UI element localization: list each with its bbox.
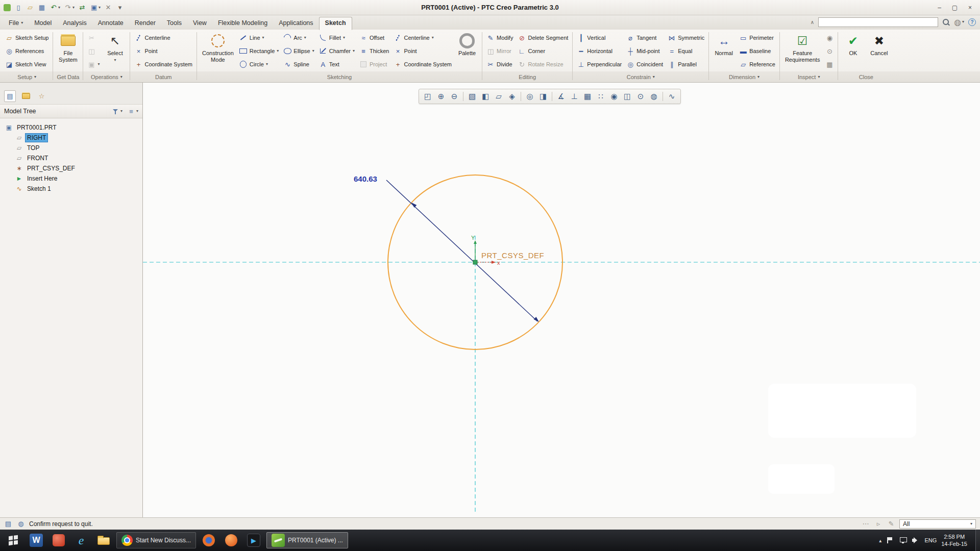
zoom-in-button[interactable]: ⊕ bbox=[435, 90, 447, 103]
references-button[interactable]: ◎References bbox=[4, 44, 50, 58]
show-constraints-button[interactable]: ⊥ bbox=[568, 90, 580, 103]
shade-closed-loops-button[interactable]: ▦ bbox=[824, 58, 835, 71]
status-tree-icon[interactable]: ▤ bbox=[4, 520, 12, 528]
tab-analysis[interactable]: Analysis bbox=[57, 17, 92, 30]
shade-closed-loops-display-button[interactable]: ◍ bbox=[648, 90, 660, 103]
graphics-area[interactable]: Y x ◰⊕⊖▧◧▱◈◎◨∡⊥▦∷◉◫⊙◍∿ 640.63 PRT_CSYS_D… bbox=[143, 83, 980, 517]
normal-dimension-button[interactable]: ↔Normal bbox=[712, 31, 736, 71]
tab-tools[interactable]: Tools bbox=[161, 17, 187, 30]
highlight-open-ends-display-button[interactable]: ⊙ bbox=[634, 90, 647, 103]
overlapping-geometry-display-button[interactable]: ◫ bbox=[621, 90, 633, 103]
diameter-dimension-value[interactable]: 640.63 bbox=[354, 174, 377, 183]
datum-point-button[interactable]: ×Point bbox=[133, 44, 194, 58]
group-label-dimension[interactable]: Dimension▾ bbox=[709, 72, 779, 82]
tree-item-sketch-1[interactable]: ∿Sketch 1 bbox=[0, 184, 142, 194]
tree-columns-button[interactable]: ≡▾ bbox=[127, 107, 138, 115]
show-hidden-icons-button[interactable]: ▴ bbox=[879, 538, 881, 543]
show-dimensions-button[interactable]: ∡ bbox=[555, 90, 567, 103]
tab-flexible-modeling[interactable]: Flexible Modeling bbox=[212, 17, 273, 30]
app-red-button[interactable] bbox=[48, 530, 69, 551]
tab-render[interactable]: Render bbox=[129, 17, 161, 30]
datum-display-filters-button[interactable]: ▱ bbox=[493, 90, 505, 103]
fillet-button[interactable]: Fillet▾ bbox=[317, 31, 356, 44]
word-button[interactable]: W bbox=[26, 530, 47, 551]
clock[interactable]: 2:58 PM 14-Feb-15 bbox=[941, 533, 968, 548]
show-locks-button[interactable]: ◉ bbox=[608, 90, 620, 103]
paste-button[interactable]: ▣▾ bbox=[86, 58, 101, 71]
open-file-button[interactable]: ▱ bbox=[26, 3, 35, 13]
annotation-icon[interactable]: ✎ bbox=[887, 520, 895, 528]
start-button[interactable] bbox=[1, 530, 26, 551]
tab-applications[interactable]: Applications bbox=[273, 17, 318, 30]
tree-item-right[interactable]: ▱RIGHT bbox=[0, 133, 142, 143]
thicken-button[interactable]: ≡Thicken bbox=[358, 44, 391, 58]
window-switch-button[interactable]: ▣▾ bbox=[89, 3, 101, 13]
text-button[interactable]: AText bbox=[317, 58, 356, 71]
command-search-input[interactable] bbox=[818, 17, 938, 27]
reference-dimension-button[interactable]: ▱Reference bbox=[738, 58, 777, 71]
baseline-dimension-button[interactable]: ▬Baseline bbox=[738, 44, 777, 58]
tab-annotate[interactable]: Annotate bbox=[92, 17, 129, 30]
centerline-button[interactable]: Centerline▾ bbox=[392, 31, 453, 44]
equal-constraint-button[interactable]: =Equal bbox=[666, 44, 706, 58]
tab-file[interactable]: File▾ bbox=[3, 17, 29, 30]
overlapping-geometry-button[interactable]: ◉ bbox=[824, 31, 835, 44]
minimize-button[interactable]: – bbox=[933, 3, 946, 12]
status-browser-icon[interactable]: ◍ bbox=[17, 520, 25, 528]
horizontal-constraint-button[interactable]: ━Horizontal bbox=[575, 44, 623, 58]
undo-button[interactable]: ↶▾ bbox=[49, 3, 61, 13]
sketch-orientation-button[interactable]: ◨ bbox=[537, 90, 549, 103]
select-button[interactable]: ↖Select▾ bbox=[103, 31, 127, 71]
tree-item-front[interactable]: ▱FRONT bbox=[0, 153, 142, 163]
group-label-constrain[interactable]: Constrain▾ bbox=[573, 72, 708, 82]
close-window-button[interactable]: ✕ bbox=[104, 3, 113, 13]
favorites-tab[interactable]: ☆ bbox=[36, 90, 47, 102]
zoom-in-region-button[interactable]: ◰ bbox=[422, 90, 434, 103]
tab-view[interactable]: View bbox=[187, 17, 212, 30]
show-vertices-button[interactable]: ∷ bbox=[595, 90, 607, 103]
repaint-button[interactable]: ▧ bbox=[466, 90, 478, 103]
highlight-open-ends-button[interactable]: ⊙ bbox=[824, 44, 835, 58]
close-button[interactable]: × bbox=[963, 3, 977, 12]
rotate-resize-button[interactable]: ↻Rotate Resize bbox=[516, 58, 570, 71]
help-button[interactable]: ? bbox=[968, 18, 976, 26]
arc-button[interactable]: Arc▾ bbox=[282, 31, 315, 44]
spin-center-button[interactable]: ◎ bbox=[524, 90, 536, 103]
spline-button[interactable]: ∿Spline bbox=[282, 58, 315, 71]
media-player-button[interactable]: ▶ bbox=[243, 530, 264, 551]
zoom-out-button[interactable]: ⊖ bbox=[448, 90, 460, 103]
coincident-constraint-button[interactable]: ◎Coincident bbox=[625, 58, 665, 71]
show-grid-button[interactable]: ▦ bbox=[581, 90, 594, 103]
line-button[interactable]: Line▾ bbox=[238, 31, 281, 44]
ok-button[interactable]: ✔OK bbox=[841, 31, 865, 71]
datum-centerline-button[interactable]: Centerline bbox=[133, 31, 194, 44]
selection-filter[interactable]: All ▾ bbox=[899, 519, 976, 529]
media-app-button[interactable] bbox=[220, 530, 242, 551]
palette-button[interactable]: Palette bbox=[455, 31, 479, 71]
datum-coordinate-system-button[interactable]: +Coordinate System bbox=[133, 58, 194, 71]
tree-item-insert-here[interactable]: ►Insert Here bbox=[0, 173, 142, 184]
copy-button[interactable]: ◫ bbox=[86, 44, 101, 58]
regenerate-button[interactable]: ⇄ bbox=[78, 3, 87, 13]
cancel-button[interactable]: ✖Cancel bbox=[867, 31, 891, 71]
file-explorer-button[interactable] bbox=[93, 530, 114, 551]
feature-requirements-button[interactable]: ☑Feature Requirements bbox=[782, 31, 822, 71]
sketch-setup-button[interactable]: ▱Sketch Setup bbox=[4, 31, 50, 44]
circle-button[interactable]: Circle▾ bbox=[238, 58, 281, 71]
internet-explorer-button[interactable]: e bbox=[70, 530, 92, 551]
restore-button[interactable]: ▢ bbox=[948, 3, 962, 12]
folder-browser-tab[interactable] bbox=[20, 90, 32, 102]
file-system-button[interactable]: File System bbox=[56, 31, 80, 71]
mirror-button[interactable]: ◫Mirror bbox=[485, 44, 514, 58]
point-button[interactable]: ×Point bbox=[392, 44, 453, 58]
rectangle-button[interactable]: Rectangle▾ bbox=[238, 44, 281, 58]
tab-model[interactable]: Model bbox=[29, 17, 57, 30]
tree-item-prt0001-prt[interactable]: ▣PRT0001.PRT bbox=[0, 122, 142, 133]
network-icon[interactable] bbox=[899, 537, 907, 544]
project-button[interactable]: Project bbox=[358, 58, 391, 71]
offset-button[interactable]: ≈Offset bbox=[358, 31, 391, 44]
new-file-button[interactable]: ▯ bbox=[14, 3, 23, 13]
tree-filters-button[interactable]: ▾ bbox=[111, 107, 122, 115]
vertical-constraint-button[interactable]: ┃Vertical bbox=[575, 31, 623, 44]
ellipse-button[interactable]: Ellipse▾ bbox=[282, 44, 315, 58]
